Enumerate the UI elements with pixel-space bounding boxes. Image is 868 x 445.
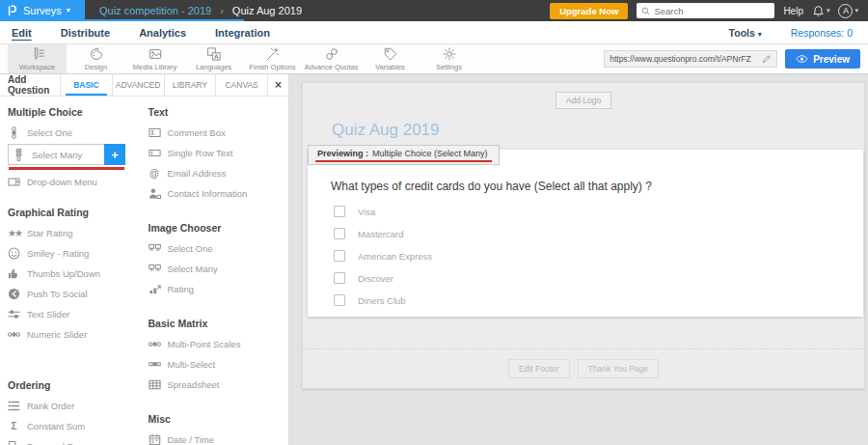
question-type-contact-information[interactable]: Contact Information (149, 183, 289, 204)
question-type-image-rating[interactable]: Rating (149, 279, 289, 299)
share-url-input[interactable] (610, 54, 758, 64)
breadcrumb: Quiz competition - 2019 › Quiz Aug 2019 (85, 5, 302, 16)
search-box[interactable] (637, 3, 774, 18)
radio-list-icon (8, 126, 20, 139)
question-type-constant-sum[interactable]: Σ Constant Sum (8, 416, 149, 436)
toolbar-right: Preview (604, 44, 868, 73)
tab-library[interactable]: LIBRARY (164, 74, 216, 96)
toolbar-item-workspace[interactable]: Workspace (8, 44, 67, 73)
multi-select-icon (149, 358, 161, 371)
rating-bars-icon (149, 283, 161, 295)
checkbox[interactable] (334, 206, 345, 217)
surveys-menu[interactable]: Surveys ▾ (0, 0, 85, 21)
column-2: Text Comment Box Single Row Text (149, 98, 289, 445)
sigma-icon: Σ (8, 422, 20, 431)
monitor-pair-icon (149, 242, 161, 255)
responses-count[interactable]: Responses: 0 (791, 27, 853, 39)
caret-down-icon: ▾ (758, 30, 762, 39)
tab-integration[interactable]: Integration (215, 27, 270, 39)
comment-box-icon (149, 126, 161, 139)
tab-edit[interactable]: Edit (12, 27, 32, 39)
breadcrumb-parent[interactable]: Quiz competition - 2019 (99, 5, 211, 16)
toolbar-item-media-library[interactable]: Media Library (125, 44, 184, 73)
monitor-pair-icon (149, 263, 161, 275)
question-text: What types of credit cards do you have (… (331, 180, 863, 193)
question-type-email-address[interactable]: @ Email Address (149, 163, 289, 183)
question-type-comment-box[interactable]: Comment Box (149, 123, 289, 143)
section-header: Graphical Rating (8, 207, 149, 218)
survey-canvas: Add Logo Quiz Aug 2019 Previewing : Mult… (302, 82, 865, 389)
question-type-rank-order[interactable]: Rank Order (8, 396, 149, 416)
checkbox[interactable] (334, 228, 345, 239)
section-header: Basic Matrix (149, 318, 289, 329)
question-type-select-one[interactable]: Select One (8, 123, 149, 143)
edit-footer-button[interactable]: Edit Footer (508, 359, 570, 378)
image-icon (149, 47, 162, 61)
question-type-multi-point-scales[interactable]: Multi-Point Scales (149, 334, 289, 354)
tab-advanced[interactable]: ADVANCED (112, 74, 164, 96)
nav-right: Tools ▾ Responses: 0 (729, 27, 856, 39)
rank-order-icon (8, 400, 20, 412)
question-type-star-rating[interactable]: ★★ Star Rating (8, 223, 149, 243)
question-type-push-to-social[interactable]: Push To Social (8, 284, 149, 304)
question-type-text-slider[interactable]: Text Slider (8, 304, 149, 324)
toolbar-item-languages[interactable]: Languages (184, 44, 243, 73)
checkbox[interactable] (334, 294, 345, 306)
section-header: Ordering (8, 379, 149, 391)
chain-links-icon (325, 47, 339, 61)
checkbox-list-icon (13, 149, 25, 161)
question-type-columns: Multiple Choice Select One (0, 97, 288, 445)
dropdown-icon (8, 176, 20, 188)
checkbox[interactable] (334, 250, 345, 262)
panel-header: Add Question BASIC ADVANCED LIBRARY CANV… (0, 74, 288, 97)
numeric-slider-icon (8, 328, 20, 341)
account-menu[interactable]: A ▾ (838, 4, 858, 18)
notifications-menu[interactable]: ▾ (812, 5, 830, 17)
question-type-multi-select[interactable]: Multi-Select (149, 354, 289, 375)
tab-canvas[interactable]: CANVAS (215, 74, 267, 96)
close-icon[interactable]: × (267, 74, 288, 96)
magic-wand-icon (266, 47, 280, 61)
surveys-menu-label: Surveys (23, 5, 62, 16)
tools-menu[interactable]: Tools ▾ (729, 27, 762, 39)
question-type-image-select-many[interactable]: Select Many (149, 259, 289, 279)
question-type-date-time[interactable]: Date / Time (149, 430, 289, 445)
survey-title[interactable]: Quiz Aug 2019 (332, 121, 864, 140)
toolbar-item-variables[interactable]: Variables (361, 44, 420, 73)
add-logo-button[interactable]: Add Logo (556, 92, 611, 109)
share-url-box[interactable] (604, 50, 777, 68)
toolbar-item-finish-options[interactable]: Finish Options (243, 44, 302, 73)
question-type-image-select-one[interactable]: Select One (149, 238, 289, 259)
question-type-spreadsheet[interactable]: Spreadsheet (149, 375, 289, 395)
question-type-thumbs-up-down[interactable]: Thumbs Up/Down (8, 264, 149, 284)
edit-pencil-icon[interactable] (762, 54, 772, 64)
question-type-numeric-slider[interactable]: Numeric Slider (8, 324, 149, 345)
contact-person-icon (149, 187, 161, 200)
thank-you-page-button[interactable]: Thank You Page (578, 359, 659, 378)
help-link[interactable]: Help (783, 6, 803, 16)
question-type-select-many[interactable]: Select Many + (8, 144, 125, 165)
question-type-select-many-highlighted: Select Many + (8, 144, 149, 170)
column-1: Multiple Choice Select One (8, 98, 149, 445)
section-basic-matrix: Basic Matrix Multi-Point Scales Multi-S (149, 318, 289, 395)
checkbox[interactable] (334, 272, 345, 284)
add-question-button[interactable]: + (104, 144, 125, 165)
selection-highlight-underline (9, 167, 124, 170)
caret-down-icon: ▾ (67, 7, 70, 14)
preview-button-label: Preview (813, 54, 850, 65)
question-type-single-row-text[interactable]: Single Row Text (149, 143, 289, 163)
search-input[interactable] (654, 6, 770, 16)
question-type-drag-and-drop[interactable]: Drag and Drop (8, 436, 149, 445)
avatar: A (838, 4, 853, 18)
toolbar-item-settings[interactable]: Settings (420, 44, 478, 73)
toolbar-item-design[interactable]: Design (67, 44, 125, 73)
upgrade-now-button[interactable]: Upgrade Now (550, 3, 628, 19)
tab-basic[interactable]: BASIC (60, 74, 112, 96)
tab-analytics[interactable]: Analytics (139, 27, 186, 39)
question-type-drop-down-menu[interactable]: Drop-down Menu (8, 172, 149, 192)
toolbar-item-advance-quotas[interactable]: Advance Quotas (302, 44, 361, 73)
tab-distribute[interactable]: Distribute (61, 27, 110, 39)
preview-button[interactable]: Preview (785, 49, 860, 69)
question-type-smiley-rating[interactable]: Smiley - Rating (8, 243, 149, 264)
survey-footer-zone: Edit Footer Thank You Page (303, 348, 864, 388)
